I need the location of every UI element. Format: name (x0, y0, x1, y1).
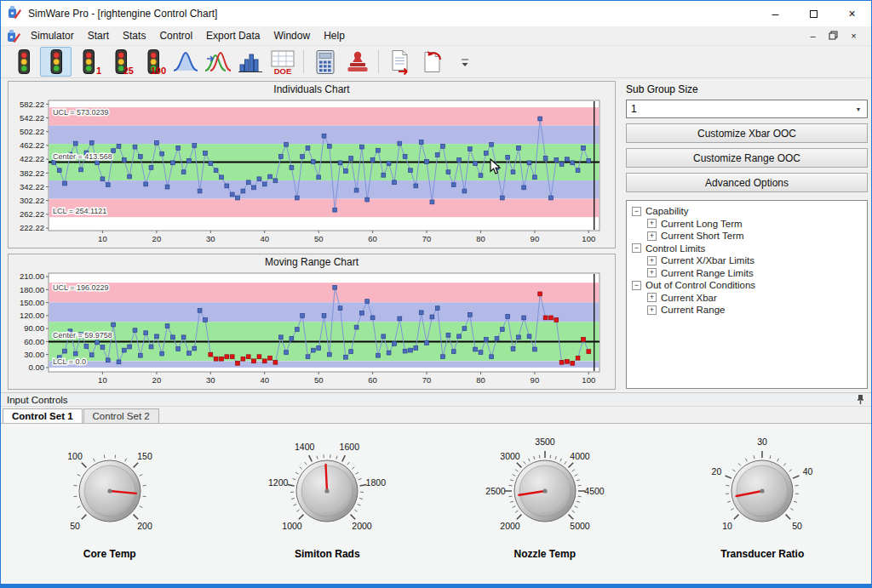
knob-nozzle-temp[interactable]: 2000250030003500400045005000Nozzle Temp (438, 435, 652, 560)
moving-range-chart-title: Moving Range Chart (9, 254, 615, 269)
mdi-close-button[interactable]: × (845, 29, 863, 43)
maximize-button[interactable] (795, 1, 833, 26)
menu-simulator[interactable]: Simulator (24, 27, 81, 44)
distribution-button[interactable] (169, 47, 201, 77)
svg-text:2000: 2000 (500, 521, 520, 531)
svg-text:40: 40 (803, 466, 813, 477)
tree-item-current-range-limits[interactable]: +Current Range Limits (628, 267, 865, 280)
knob-label-core-temp: Core Temp (3, 548, 217, 560)
doe-button[interactable]: DOE (267, 47, 298, 77)
individuals-chart-plot: 582.22542.22502.22462.22422.22382.22342.… (9, 96, 613, 246)
svg-text:100: 100 (582, 375, 595, 385)
collapse-icon[interactable]: − (632, 207, 641, 216)
tree-item-capability[interactable]: −Capability (628, 205, 865, 218)
svg-text:2500: 2500 (485, 486, 506, 496)
knob-core-temp[interactable]: 50100150200Core Temp (3, 435, 217, 560)
svg-text:1800: 1800 (366, 477, 387, 488)
expand-icon[interactable]: + (647, 231, 657, 241)
collapse-icon[interactable]: − (632, 281, 641, 290)
svg-text:20: 20 (152, 375, 162, 385)
tree-item-current-short-term[interactable]: +Current Short Term (628, 230, 865, 243)
advanced-options-button[interactable]: Advanced Options (626, 173, 868, 192)
svg-text:80: 80 (476, 375, 485, 385)
run-100-button[interactable]: 100 (137, 47, 169, 77)
calculator-button[interactable] (309, 47, 341, 77)
svg-text:UCL = 196.0229: UCL = 196.0229 (53, 283, 108, 292)
svg-text:100: 100 (67, 451, 83, 461)
window-resize-edge (1, 584, 871, 587)
svg-text:2000: 2000 (353, 521, 373, 531)
run-traffic-button[interactable] (8, 47, 39, 77)
input-controls-label: Input Controls (7, 395, 68, 405)
subgroup-size-combobox[interactable]: 1 ▼ (626, 100, 868, 118)
tab-control-set-1[interactable]: Control Set 1 (3, 408, 83, 423)
knob-dial[interactable]: 100012001400160018002000 (220, 435, 434, 548)
export-data-button[interactable] (416, 47, 448, 77)
minimize-button[interactable]: – (756, 1, 795, 26)
svg-text:60: 60 (368, 375, 377, 385)
mdi-restore-button[interactable] (824, 29, 842, 43)
svg-text:302.22: 302.22 (20, 196, 44, 205)
menu-start[interactable]: Start (81, 27, 116, 44)
menu-export-data[interactable]: Export Data (199, 27, 267, 44)
svg-text:4000: 4000 (570, 451, 590, 461)
mdi-minimize-button[interactable]: – (804, 29, 822, 43)
chevron-down-icon[interactable]: ▼ (851, 101, 866, 117)
run-25-button[interactable]: 25 (105, 47, 136, 77)
collapse-icon[interactable]: − (632, 243, 641, 253)
menu-window[interactable]: Window (267, 27, 317, 44)
menu-help[interactable]: Help (317, 27, 352, 44)
close-button[interactable]: × (833, 1, 871, 26)
tab-control-set-2[interactable]: Control Set 2 (83, 408, 159, 423)
subgroup-size-label: Sub Group Size (626, 83, 866, 95)
tree-item-current-range[interactable]: +Current Range (628, 304, 865, 317)
expand-icon[interactable]: + (647, 219, 657, 228)
tree-item-current-long-term[interactable]: +Current Long Term (628, 218, 865, 231)
tree-item-current-x-xbar-limits[interactable]: +Current X/Xbar Limits (628, 254, 865, 267)
stamp-button[interactable] (341, 47, 373, 77)
run-traffic-active-button[interactable] (40, 47, 72, 77)
svg-text:30: 30 (206, 234, 215, 243)
right-options-panel: Sub Group Size 1 ▼ Customize Xbar OOC Cu… (621, 78, 869, 392)
tree-item-control-limits[interactable]: −Control Limits (628, 243, 865, 255)
svg-text:1000: 1000 (283, 521, 303, 531)
customize-xbar-ooc-button[interactable]: Customize Xbar OOC (626, 123, 868, 143)
toolbar-overflow-button[interactable] (449, 47, 480, 77)
export-report-button[interactable] (384, 47, 416, 77)
run-1-button[interactable]: 1 (72, 47, 104, 77)
knob-dial[interactable]: 2000250030003500400045005000 (438, 435, 652, 548)
svg-text:1200: 1200 (268, 477, 289, 488)
svg-text:20: 20 (152, 234, 162, 243)
tree-item-current-xbar[interactable]: +Current Xbar (628, 292, 865, 305)
svg-text:90: 90 (531, 375, 540, 385)
customize-range-ooc-button[interactable]: Customize Range OOC (626, 148, 868, 168)
knob-simiton-rads[interactable]: 100012001400160018002000Simiton Rads (220, 435, 434, 560)
window-title: SimWare Pro - [rightengine Control Chart… (28, 8, 217, 20)
distribution-compare-button[interactable] (202, 47, 233, 77)
svg-text:5000: 5000 (570, 521, 590, 531)
svg-text:50: 50 (314, 234, 324, 243)
maximize-icon (810, 10, 818, 18)
expand-icon[interactable]: + (647, 305, 657, 315)
knob-dial[interactable]: 1020304050 (655, 435, 869, 548)
app-icon (8, 5, 22, 22)
knob-transducer-ratio[interactable]: 1020304050Transducer Ratio (655, 435, 869, 560)
expand-icon[interactable]: + (647, 268, 657, 277)
svg-text:LCL = 254.1121: LCL = 254.1121 (53, 207, 106, 215)
menu-control[interactable]: Control (152, 27, 199, 44)
individuals-chart-panel: Individuals Chart 582.22542.22502.22462.… (8, 81, 616, 248)
expand-icon[interactable]: + (647, 293, 657, 302)
knob-dial[interactable]: 50100150200 (3, 435, 217, 548)
svg-text:262.22: 262.22 (20, 209, 44, 219)
tree-item-out-of-control-conditions[interactable]: −Out of Control Conditions (628, 279, 865, 292)
svg-text:70: 70 (422, 234, 432, 243)
svg-text:DOE: DOE (273, 66, 291, 76)
tree-item-label: Control Limits (645, 243, 705, 254)
pin-icon[interactable] (856, 394, 865, 405)
svg-text:502.22: 502.22 (20, 127, 44, 136)
document-icon (7, 29, 21, 43)
expand-icon[interactable]: + (647, 256, 657, 265)
menu-stats[interactable]: Stats (116, 27, 152, 44)
svg-text:1600: 1600 (340, 442, 360, 452)
histogram-button[interactable] (234, 47, 266, 77)
